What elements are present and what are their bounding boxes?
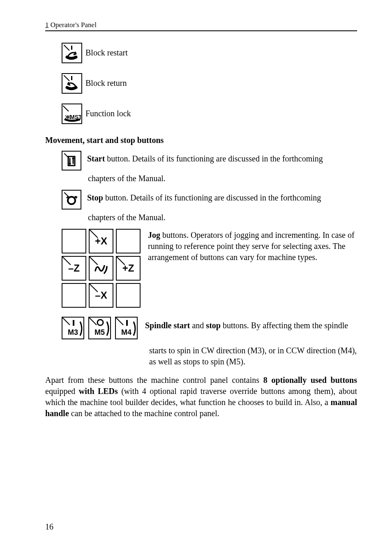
start-bold: Start <box>87 154 105 163</box>
para-t4: can be attached to the machine control p… <box>69 409 219 418</box>
corner-diag-icon <box>89 229 98 238</box>
jog-row: +X –Z +Z –X Jog buttons. Operators of jo… <box>62 229 357 308</box>
svg-rect-3 <box>71 76 72 80</box>
m3-label: M3 <box>68 327 78 337</box>
section-heading: Movement, start and stop buttons <box>45 135 357 146</box>
start-rest: button. Details of its functioning are d… <box>105 154 323 163</box>
stop-line2: chapters of the Manual. <box>88 212 357 223</box>
m4-label: M4 <box>121 327 131 337</box>
start-text: Start button. Details of its functioning… <box>87 151 357 164</box>
svg-line-22 <box>89 283 98 292</box>
m5-label: M5 <box>95 327 105 337</box>
jog-minus-x: –X <box>89 283 113 308</box>
jog-blank-tl <box>62 229 86 253</box>
spindle-mid: and <box>190 321 206 330</box>
stop-bold: Stop <box>87 193 103 202</box>
spindle-bold1: Spindle start <box>145 321 190 330</box>
header-rest: Operator's Panel <box>49 21 97 29</box>
svg-rect-28 <box>126 320 128 326</box>
svg-line-20 <box>89 256 98 265</box>
stop-text: Stop button. Details of its functioning … <box>87 190 357 203</box>
jog-center <box>89 256 113 281</box>
corner-diag-icon <box>116 256 125 265</box>
jog-bold: Jog <box>148 230 160 240</box>
page-header: 1 Operator's Panel <box>45 21 357 31</box>
spindle-buttons: M3 M5 M4 <box>62 317 138 339</box>
stop-icon <box>62 190 81 210</box>
start-row: Start button. Details of its functioning… <box>62 151 357 170</box>
header-link: 1 <box>45 21 49 29</box>
start-line2: chapters of the Manual. <box>88 173 357 184</box>
spindle-rest1: buttons. By affecting them the spindle <box>221 321 348 330</box>
svg-point-26 <box>97 320 103 325</box>
spindle-row: M3 M5 M4 Spindle sta <box>62 317 357 339</box>
para-t2: equipped <box>45 387 79 396</box>
header-text: 1 Operator's Panel <box>45 21 97 30</box>
svg-line-19 <box>62 256 71 265</box>
svg-rect-1 <box>71 46 72 50</box>
spindle-m3: M3 <box>62 317 84 339</box>
jog-plus-x: +X <box>89 229 113 253</box>
svg-line-21 <box>116 256 125 265</box>
svg-line-18 <box>89 229 98 238</box>
para-t1: Apart from these buttons the machine con… <box>45 375 263 385</box>
function-lock-row: MST Function lock <box>62 104 357 124</box>
led-icon <box>133 318 138 339</box>
svg-rect-24 <box>73 320 74 326</box>
jog-plus-z: +Z <box>116 256 141 281</box>
led-icon <box>106 318 111 339</box>
block-return-row: Block return <box>62 73 357 94</box>
jog-text: Jog buttons. Operators of jogging and in… <box>148 229 357 263</box>
bottom-paragraph: Apart from these buttons the machine con… <box>45 375 357 419</box>
led-icon <box>79 318 84 339</box>
spindle-line2: starts to spin in CW direction (M3), or … <box>149 345 357 367</box>
spindle-m5: M5 <box>88 317 111 339</box>
spindle-m4: M4 <box>115 317 138 339</box>
svg-point-15 <box>68 197 75 204</box>
para-b2: with LEDs <box>79 387 118 396</box>
block-return-icon <box>62 73 82 94</box>
block-return-label: Block return <box>85 78 127 89</box>
corner-diag-icon <box>89 283 98 292</box>
stop-row: Stop button. Details of its functioning … <box>62 190 357 210</box>
svg-line-0 <box>64 45 69 51</box>
function-lock-label: Function lock <box>85 108 131 119</box>
stop-rest: button. Details of its functioning are d… <box>103 193 321 202</box>
jog-minus-z: –Z <box>62 256 86 281</box>
block-restart-row: Block restart <box>62 43 357 63</box>
svg-line-27 <box>116 318 123 325</box>
svg-line-23 <box>62 318 70 325</box>
block-restart-label: Block restart <box>85 47 128 58</box>
start-icon <box>62 151 81 170</box>
svg-line-4 <box>63 106 69 111</box>
jog-rest: buttons. Operators of jogging and increm… <box>148 230 355 262</box>
corner-diag-icon <box>62 256 71 265</box>
block-restart-icon <box>62 43 82 63</box>
jog-blank-bl <box>62 283 86 308</box>
jog-blank-tr <box>116 229 141 253</box>
jog-grid: +X –Z +Z –X <box>62 229 141 308</box>
svg-line-25 <box>89 318 97 325</box>
para-b1: 8 optionally used buttons <box>263 375 357 385</box>
jog-blank-br <box>116 283 141 308</box>
corner-diag-icon <box>89 256 98 265</box>
spindle-bold2: stop <box>206 321 221 330</box>
svg-line-2 <box>64 75 69 81</box>
page-number: 16 <box>45 521 53 532</box>
function-lock-icon: MST <box>62 104 82 124</box>
spindle-text1: Spindle start and stop buttons. By affec… <box>145 317 357 331</box>
